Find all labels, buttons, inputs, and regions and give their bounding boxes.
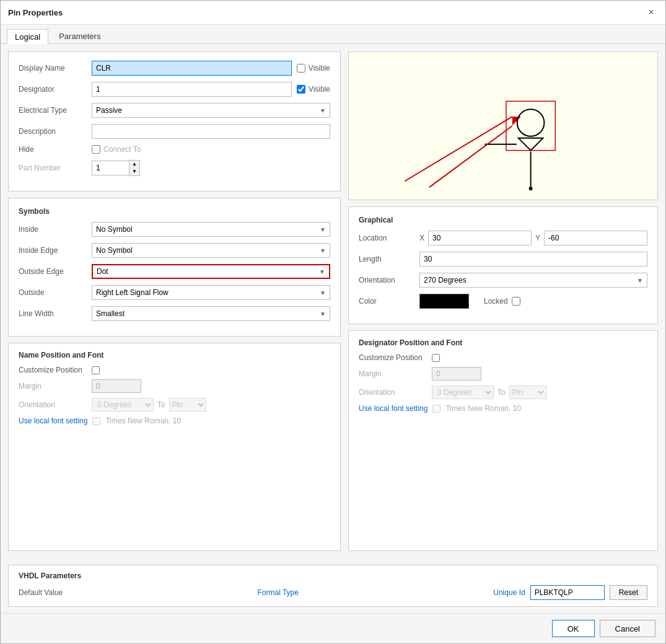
vhdl-default-value-col: Default Value	[19, 588, 63, 597]
designator-orientation-row: Orientation 0 Degrees To Pin	[359, 386, 647, 399]
designator-font-value: Times New Roman, 10	[445, 404, 521, 413]
cancel-button[interactable]: Cancel	[600, 620, 655, 637]
reset-button[interactable]: Reset	[610, 585, 647, 600]
inside-select-wrapper: No Symbol ▼	[92, 222, 330, 237]
electrical-type-row: Electrical Type Passive ▼	[19, 103, 330, 118]
designator-customize-checkbox[interactable]	[432, 354, 440, 362]
symbols-title: Symbols	[19, 207, 330, 216]
display-name-visible-group: Visible	[297, 64, 330, 73]
vhdl-section: VHDL Parameters Default Value Formal Typ…	[8, 565, 658, 607]
designator-orientation-select: 0 Degrees	[432, 386, 494, 399]
name-position-font-section: Name Position and Font Customize Positio…	[8, 343, 341, 551]
designator-input[interactable]	[92, 82, 292, 97]
name-use-local-row: Use local font setting Times New Roman, …	[19, 417, 330, 425]
name-pin-select: Pin	[169, 398, 206, 412]
outside-edge-select[interactable]: Dot ▼	[92, 264, 330, 279]
main-content: Display Name Visible Designator Visible	[1, 44, 665, 558]
inside-edge-value: No Symbol	[96, 246, 133, 255]
designator-customize-label: Customize Position	[359, 353, 427, 362]
electrical-type-select-wrapper: Passive ▼	[92, 103, 330, 118]
graphical-orientation-arrow-icon: ▼	[637, 277, 643, 284]
name-customize-label: Customize Position	[19, 366, 87, 374]
outside-value: Right Left Signal Flow	[96, 288, 169, 297]
designator-visible-checkbox[interactable]	[297, 85, 305, 94]
designator-use-local-checkbox[interactable]	[432, 405, 440, 413]
ok-button[interactable]: OK	[552, 620, 595, 637]
name-orientation-select: 0 Degrees	[92, 398, 154, 412]
spinbox-up-button[interactable]: ▲	[129, 161, 139, 168]
preview-area	[348, 51, 658, 200]
dialog: Pin Properties × Logical Parameters Disp…	[0, 0, 666, 644]
outside-edge-select-wrapper: Dot ▼	[92, 264, 330, 279]
inside-edge-arrow-icon: ▼	[320, 247, 326, 254]
line-width-select[interactable]: Smallest ▼	[92, 306, 330, 321]
length-input[interactable]	[419, 252, 647, 267]
designator-use-local-row: Use local font setting Times New Roman, …	[359, 404, 647, 413]
color-label: Color	[359, 297, 414, 306]
outside-select[interactable]: Right Left Signal Flow ▼	[92, 285, 330, 300]
designator-orientation-group: 0 Degrees To Pin	[432, 386, 546, 399]
connect-to-group: Connect To	[92, 145, 141, 154]
name-margin-input	[92, 379, 141, 393]
designator-row: Designator Visible	[19, 82, 330, 97]
description-input[interactable]	[92, 124, 330, 139]
graphical-orientation-row: Orientation 270 Degrees ▼	[359, 273, 647, 288]
display-name-row: Display Name Visible	[19, 61, 330, 76]
display-name-visible-label: Visible	[309, 64, 330, 73]
outside-row: Outside Right Left Signal Flow ▼	[19, 285, 330, 300]
spinbox-down-button[interactable]: ▼	[129, 168, 139, 175]
tab-parameters[interactable]: Parameters	[51, 29, 108, 43]
designator-visible-group: Visible	[297, 85, 330, 94]
title-bar: Pin Properties ×	[1, 1, 665, 25]
line-width-arrow-icon: ▼	[320, 311, 326, 317]
length-label: Length	[359, 255, 414, 263]
y-label: Y	[535, 234, 540, 242]
name-font-value: Times New Roman, 10	[105, 417, 181, 425]
location-y-input[interactable]	[544, 231, 647, 245]
line-width-label: Line Width	[19, 309, 87, 318]
name-margin-row: Margin	[19, 379, 330, 393]
name-use-local-checkbox[interactable]	[92, 417, 100, 425]
designator-use-local-label: Use local font setting	[359, 404, 427, 413]
svg-line-8	[429, 126, 512, 187]
inside-value: No Symbol	[96, 225, 133, 234]
right-panel: Graphical Location X Y Length	[348, 51, 658, 551]
locked-checkbox[interactable]	[512, 297, 520, 306]
inside-edge-row: Inside Edge No Symbol ▼	[19, 243, 330, 258]
electrical-type-value: Passive	[96, 106, 122, 115]
left-panel: Display Name Visible Designator Visible	[8, 51, 341, 551]
vhdl-row: Default Value Formal Type Unique Id Rese…	[19, 585, 647, 600]
inside-select[interactable]: No Symbol ▼	[92, 222, 330, 237]
display-name-label: Display Name	[19, 64, 87, 73]
graphical-orientation-select[interactable]: 270 Degrees ▼	[419, 273, 647, 288]
color-swatch[interactable]	[419, 294, 469, 309]
tab-logical[interactable]: Logical	[7, 29, 48, 44]
svg-marker-1	[508, 112, 521, 125]
designator-font-title: Designator Position and Font	[359, 338, 647, 347]
outside-edge-arrow-icon: ▼	[319, 268, 325, 275]
close-button[interactable]: ×	[644, 6, 658, 19]
display-name-visible-checkbox[interactable]	[297, 64, 305, 73]
designator-visible-label: Visible	[309, 85, 330, 94]
outside-arrow-icon: ▼	[320, 289, 326, 296]
location-row: Location X Y	[359, 231, 647, 245]
display-name-input[interactable]	[92, 61, 292, 76]
vhdl-default-value-label: Default Value	[19, 588, 63, 597]
designator-label: Designator	[19, 85, 87, 94]
electrical-type-select[interactable]: Passive ▼	[92, 103, 330, 118]
inside-edge-label: Inside Edge	[19, 246, 87, 255]
location-x-input[interactable]	[428, 231, 532, 245]
footer: OK Cancel	[1, 613, 665, 643]
name-margin-label: Margin	[19, 382, 87, 390]
inside-edge-select[interactable]: No Symbol ▼	[92, 243, 330, 258]
name-customize-checkbox[interactable]	[92, 366, 100, 374]
hide-label: Hide	[19, 145, 87, 154]
designator-margin-label: Margin	[359, 369, 427, 378]
description-label: Description	[19, 127, 87, 136]
hide-checkbox[interactable]	[92, 145, 100, 154]
unique-id-input[interactable]	[530, 585, 605, 600]
logical-section: Display Name Visible Designator Visible	[8, 51, 341, 192]
graphical-orientation-select-wrapper: 270 Degrees ▼	[419, 273, 647, 288]
part-number-input[interactable]	[92, 161, 129, 175]
line-width-value: Smallest	[96, 309, 125, 318]
